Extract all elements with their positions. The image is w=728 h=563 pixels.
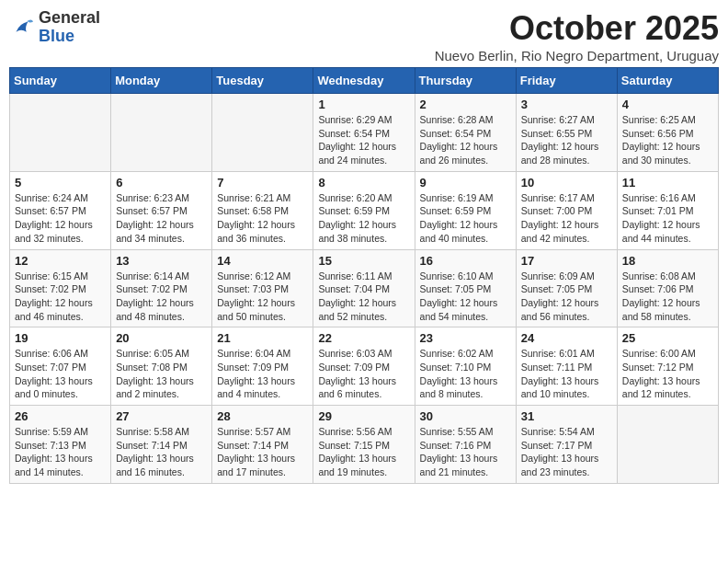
day-info: Sunrise: 6:02 AMSunset: 7:10 PMDaylight:…	[420, 347, 511, 401]
day-number: 10	[521, 176, 612, 190]
day-info: Sunrise: 6:11 AMSunset: 7:04 PMDaylight:…	[318, 270, 409, 324]
day-number: 3	[521, 98, 612, 111]
day-info: Sunrise: 6:01 AMSunset: 7:11 PMDaylight:…	[521, 347, 612, 401]
day-info: Sunrise: 6:00 AMSunset: 7:12 PMDaylight:…	[622, 347, 713, 401]
day-number: 4	[622, 98, 713, 111]
day-number: 6	[116, 176, 207, 190]
day-info: Sunrise: 6:08 AMSunset: 7:06 PMDaylight:…	[622, 270, 713, 324]
day-number: 18	[622, 254, 713, 268]
day-number: 9	[420, 176, 511, 190]
day-number: 1	[318, 98, 409, 111]
day-info: Sunrise: 6:12 AMSunset: 7:03 PMDaylight:…	[217, 270, 308, 324]
day-info: Sunrise: 6:03 AMSunset: 7:09 PMDaylight:…	[318, 347, 409, 401]
calendar-table: SundayMondayTuesdayWednesdayThursdayFrid…	[9, 67, 719, 484]
day-info: Sunrise: 6:25 AMSunset: 6:56 PMDaylight:…	[622, 113, 713, 167]
day-info: Sunrise: 6:14 AMSunset: 7:02 PMDaylight:…	[116, 270, 207, 324]
day-number: 11	[622, 176, 713, 190]
calendar-cell: 15Sunrise: 6:11 AMSunset: 7:04 PMDayligh…	[313, 249, 415, 327]
calendar-cell: 29Sunrise: 5:56 AMSunset: 7:15 PMDayligh…	[313, 406, 415, 484]
day-number: 7	[217, 176, 308, 190]
day-number: 15	[318, 254, 409, 268]
day-number: 31	[521, 409, 612, 423]
day-number: 30	[420, 409, 511, 423]
calendar-cell: 24Sunrise: 6:01 AMSunset: 7:11 PMDayligh…	[516, 327, 617, 406]
logo: General Blue	[9, 9, 100, 46]
day-number: 19	[15, 331, 106, 345]
calendar-cell	[10, 94, 111, 172]
weekday-header-wednesday: Wednesday	[313, 68, 415, 94]
month-title: October 2025	[435, 9, 719, 48]
calendar-cell: 13Sunrise: 6:14 AMSunset: 7:02 PMDayligh…	[111, 249, 212, 327]
calendar-cell: 23Sunrise: 6:02 AMSunset: 7:10 PMDayligh…	[415, 327, 516, 406]
day-info: Sunrise: 6:10 AMSunset: 7:05 PMDaylight:…	[420, 270, 511, 324]
logo-text: General Blue	[39, 9, 100, 46]
day-info: Sunrise: 5:57 AMSunset: 7:14 PMDaylight:…	[217, 425, 308, 479]
weekday-header-tuesday: Tuesday	[212, 68, 313, 94]
day-info: Sunrise: 6:04 AMSunset: 7:09 PMDaylight:…	[217, 347, 308, 401]
day-info: Sunrise: 6:20 AMSunset: 6:59 PMDaylight:…	[318, 191, 409, 246]
calendar-cell: 8Sunrise: 6:20 AMSunset: 6:59 PMDaylight…	[313, 171, 415, 249]
day-info: Sunrise: 6:24 AMSunset: 6:57 PMDaylight:…	[15, 191, 106, 246]
day-number: 20	[116, 331, 207, 345]
calendar-cell: 7Sunrise: 6:21 AMSunset: 6:58 PMDaylight…	[212, 171, 313, 249]
day-info: Sunrise: 6:15 AMSunset: 7:02 PMDaylight:…	[15, 270, 106, 324]
day-info: Sunrise: 5:55 AMSunset: 7:16 PMDaylight:…	[420, 425, 511, 479]
weekday-header-friday: Friday	[516, 68, 617, 94]
calendar-cell: 27Sunrise: 5:58 AMSunset: 7:14 PMDayligh…	[111, 406, 212, 484]
day-number: 16	[420, 254, 511, 268]
day-info: Sunrise: 5:59 AMSunset: 7:13 PMDaylight:…	[15, 425, 106, 479]
day-number: 22	[318, 331, 409, 345]
calendar-cell: 1Sunrise: 6:29 AMSunset: 6:54 PMDaylight…	[313, 94, 415, 172]
day-info: Sunrise: 6:21 AMSunset: 6:58 PMDaylight:…	[217, 191, 308, 246]
day-info: Sunrise: 6:19 AMSunset: 6:59 PMDaylight:…	[420, 191, 511, 246]
day-info: Sunrise: 5:58 AMSunset: 7:14 PMDaylight:…	[116, 425, 207, 479]
day-number: 24	[521, 331, 612, 345]
weekday-header-monday: Monday	[111, 68, 212, 94]
calendar-cell: 9Sunrise: 6:19 AMSunset: 6:59 PMDaylight…	[415, 171, 516, 249]
calendar-cell	[617, 406, 718, 484]
calendar-cell	[212, 94, 313, 172]
day-info: Sunrise: 6:16 AMSunset: 7:01 PMDaylight:…	[622, 191, 713, 246]
day-info: Sunrise: 6:29 AMSunset: 6:54 PMDaylight:…	[318, 113, 409, 167]
day-info: Sunrise: 6:05 AMSunset: 7:08 PMDaylight:…	[116, 347, 207, 401]
calendar-cell: 18Sunrise: 6:08 AMSunset: 7:06 PMDayligh…	[617, 249, 718, 327]
calendar-week-3: 12Sunrise: 6:15 AMSunset: 7:02 PMDayligh…	[10, 249, 719, 327]
page-header: General Blue October 2025 Nuevo Berlin, …	[9, 9, 719, 63]
day-number: 13	[116, 254, 207, 268]
day-info: Sunrise: 5:54 AMSunset: 7:17 PMDaylight:…	[521, 425, 612, 479]
calendar-cell: 14Sunrise: 6:12 AMSunset: 7:03 PMDayligh…	[212, 249, 313, 327]
calendar-cell: 12Sunrise: 6:15 AMSunset: 7:02 PMDayligh…	[10, 249, 111, 327]
calendar-cell: 28Sunrise: 5:57 AMSunset: 7:14 PMDayligh…	[212, 406, 313, 484]
day-number: 23	[420, 331, 511, 345]
day-number: 29	[318, 409, 409, 423]
calendar-cell: 31Sunrise: 5:54 AMSunset: 7:17 PMDayligh…	[516, 406, 617, 484]
day-info: Sunrise: 6:06 AMSunset: 7:07 PMDaylight:…	[15, 347, 106, 401]
day-number: 17	[521, 254, 612, 268]
day-number: 5	[15, 176, 106, 190]
day-info: Sunrise: 6:23 AMSunset: 6:57 PMDaylight:…	[116, 191, 207, 246]
weekday-header-row: SundayMondayTuesdayWednesdayThursdayFrid…	[10, 68, 719, 94]
calendar-cell: 30Sunrise: 5:55 AMSunset: 7:16 PMDayligh…	[415, 406, 516, 484]
calendar-cell: 26Sunrise: 5:59 AMSunset: 7:13 PMDayligh…	[10, 406, 111, 484]
calendar-cell: 19Sunrise: 6:06 AMSunset: 7:07 PMDayligh…	[10, 327, 111, 406]
day-info: Sunrise: 6:27 AMSunset: 6:55 PMDaylight:…	[521, 113, 612, 167]
logo-general: General	[39, 8, 100, 27]
weekday-header-sunday: Sunday	[10, 68, 111, 94]
calendar-cell: 20Sunrise: 6:05 AMSunset: 7:08 PMDayligh…	[111, 327, 212, 406]
calendar-cell: 21Sunrise: 6:04 AMSunset: 7:09 PMDayligh…	[212, 327, 313, 406]
calendar-cell: 16Sunrise: 6:10 AMSunset: 7:05 PMDayligh…	[415, 249, 516, 327]
calendar-cell: 11Sunrise: 6:16 AMSunset: 7:01 PMDayligh…	[617, 171, 718, 249]
calendar-cell: 25Sunrise: 6:00 AMSunset: 7:12 PMDayligh…	[617, 327, 718, 406]
day-info: Sunrise: 6:28 AMSunset: 6:54 PMDaylight:…	[420, 113, 511, 167]
calendar-cell: 3Sunrise: 6:27 AMSunset: 6:55 PMDaylight…	[516, 94, 617, 172]
day-number: 28	[217, 409, 308, 423]
calendar-cell: 5Sunrise: 6:24 AMSunset: 6:57 PMDaylight…	[10, 171, 111, 249]
day-number: 2	[420, 98, 511, 111]
calendar-week-1: 1Sunrise: 6:29 AMSunset: 6:54 PMDaylight…	[10, 94, 719, 172]
day-number: 27	[116, 409, 207, 423]
day-info: Sunrise: 6:09 AMSunset: 7:05 PMDaylight:…	[521, 270, 612, 324]
weekday-header-thursday: Thursday	[415, 68, 516, 94]
calendar-cell: 17Sunrise: 6:09 AMSunset: 7:05 PMDayligh…	[516, 249, 617, 327]
location-subtitle: Nuevo Berlin, Rio Negro Department, Urug…	[435, 48, 719, 63]
calendar-week-4: 19Sunrise: 6:06 AMSunset: 7:07 PMDayligh…	[10, 327, 719, 406]
